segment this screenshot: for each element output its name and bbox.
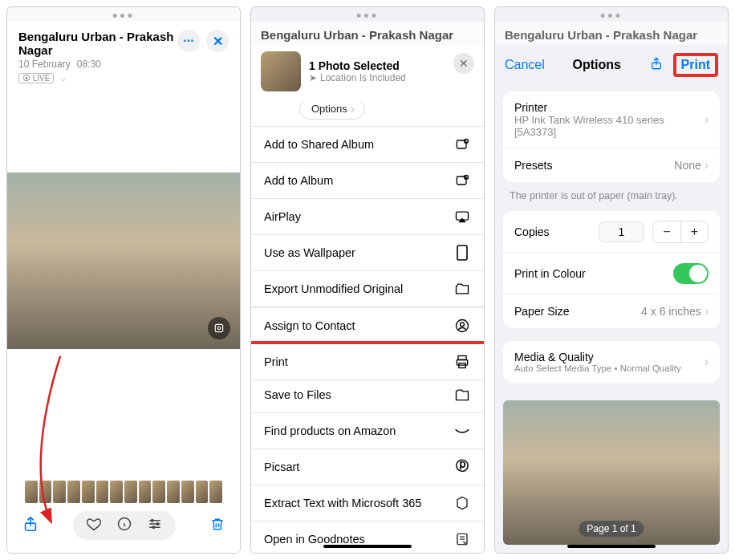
copies-value[interactable]: 1 bbox=[599, 221, 645, 242]
action-print[interactable]: Print bbox=[250, 341, 485, 380]
thumbnail[interactable] bbox=[196, 481, 209, 503]
thumbnail[interactable] bbox=[139, 481, 152, 503]
chevron-right-icon: › bbox=[705, 112, 709, 127]
colour-label: Print in Colour bbox=[514, 267, 586, 280]
copies-increment[interactable]: + bbox=[681, 221, 708, 242]
printer-warning: The printer is out of paper (main tray). bbox=[495, 189, 728, 205]
home-indicator[interactable] bbox=[567, 545, 656, 548]
thumbnail[interactable] bbox=[209, 481, 222, 503]
svg-point-1 bbox=[217, 327, 221, 330]
background-header: Bengaluru Urban - Prakash Nagar bbox=[251, 22, 484, 45]
media-quality-row[interactable]: Media & Quality Auto Select Media Type •… bbox=[503, 341, 720, 383]
adjust-button[interactable] bbox=[147, 516, 163, 535]
action-label: Add to Album bbox=[264, 174, 333, 187]
thumbnail[interactable] bbox=[181, 481, 194, 503]
chevron-right-icon: › bbox=[705, 355, 709, 369]
action-save-files[interactable]: Save to Files bbox=[251, 377, 484, 413]
thumbnail[interactable] bbox=[167, 481, 180, 503]
action-assign-contact[interactable]: Assign to Contact bbox=[251, 308, 484, 344]
lens-overlay-button[interactable] bbox=[208, 317, 230, 339]
close-sheet-button[interactable]: ✕ bbox=[453, 53, 474, 74]
share-sheet-header: 1 Photo Selected ➤ Location Is Included … bbox=[251, 45, 484, 101]
print-nav-bar: Cancel Options Print bbox=[495, 45, 728, 85]
more-button[interactable]: ··· bbox=[177, 30, 200, 52]
drag-handle-icon: ••• bbox=[251, 7, 484, 22]
media-label: Media & Quality bbox=[514, 351, 681, 363]
share-icon[interactable] bbox=[649, 56, 664, 74]
action-amazon[interactable]: Find products on Amazon bbox=[251, 413, 484, 449]
copies-decrement[interactable]: − bbox=[653, 221, 680, 242]
print-button[interactable]: Print bbox=[673, 53, 718, 77]
paper-size-row[interactable]: Paper Size 4 x 6 inches › bbox=[503, 294, 720, 328]
thumbnail[interactable] bbox=[152, 481, 165, 503]
action-label: AirPlay bbox=[264, 210, 301, 223]
svg-rect-12 bbox=[457, 246, 467, 260]
location-title: Bengaluru Urban - Prakash Nagar bbox=[18, 30, 177, 57]
printer-label: Printer bbox=[514, 101, 705, 114]
thumbnail[interactable] bbox=[25, 481, 38, 503]
delete-button[interactable] bbox=[209, 516, 225, 535]
shared-album-icon bbox=[453, 136, 471, 153]
home-indicator[interactable] bbox=[323, 545, 412, 548]
action-airplay[interactable]: AirPlay bbox=[251, 199, 484, 235]
thumbnail-strip[interactable] bbox=[7, 481, 240, 503]
chevron-right-icon: › bbox=[351, 102, 355, 116]
action-m365[interactable]: Extract Text with Microsoft 365 bbox=[251, 485, 484, 521]
print-preview[interactable]: Page 1 of 1 bbox=[503, 400, 720, 545]
thumbnail[interactable] bbox=[67, 481, 80, 503]
thumbnail[interactable] bbox=[124, 481, 137, 503]
copies-stepper: − + bbox=[652, 221, 709, 243]
settings-card: Copies 1 − + Print in Colour Paper Size … bbox=[503, 211, 720, 328]
cancel-button[interactable]: Cancel bbox=[505, 58, 545, 72]
printer-row[interactable]: Printer HP Ink Tank Wireless 410 series … bbox=[503, 91, 720, 148]
picsart-icon: ⓟ bbox=[453, 458, 471, 476]
wallpaper-icon bbox=[453, 244, 471, 262]
printer-card: Printer HP Ink Tank Wireless 410 series … bbox=[503, 91, 720, 182]
action-goodnotes[interactable]: Open in Goodnotes bbox=[251, 521, 484, 554]
options-title: Options bbox=[572, 58, 620, 72]
action-add-shared-album[interactable]: Add to Shared Album bbox=[251, 127, 484, 163]
thumbnail[interactable] bbox=[110, 481, 123, 503]
share-button[interactable] bbox=[22, 515, 39, 536]
action-label: Open in Goodnotes bbox=[264, 533, 365, 546]
action-label: Use as Wallpaper bbox=[264, 246, 355, 259]
copies-label: Copies bbox=[514, 225, 550, 238]
action-wallpaper[interactable]: Use as Wallpaper bbox=[251, 235, 484, 271]
info-button[interactable] bbox=[116, 516, 132, 535]
bottom-toolbar bbox=[7, 503, 240, 553]
photo-image bbox=[7, 172, 240, 349]
action-label: Extract Text with Microsoft 365 bbox=[264, 497, 421, 509]
chevron-down-icon[interactable]: ⌄ bbox=[60, 74, 67, 83]
action-label: Add to Shared Album bbox=[264, 138, 374, 151]
drag-handle-icon: ••• bbox=[7, 7, 240, 22]
svg-point-5 bbox=[156, 523, 159, 526]
share-options-button[interactable]: Options › bbox=[299, 99, 365, 120]
presets-value: None bbox=[674, 159, 700, 172]
action-export-original[interactable]: Export Unmodified Original bbox=[251, 271, 484, 307]
action-picsart[interactable]: Picsart ⓟ bbox=[251, 449, 484, 485]
background-header: Bengaluru Urban - Prakash Nagar bbox=[495, 22, 728, 45]
presets-row[interactable]: Presets None › bbox=[503, 148, 720, 182]
favorite-button[interactable] bbox=[86, 516, 102, 535]
print-icon bbox=[453, 353, 471, 371]
colour-row: Print in Colour bbox=[503, 254, 720, 294]
action-add-album[interactable]: Add to Album bbox=[251, 163, 484, 199]
svg-point-6 bbox=[152, 526, 155, 529]
photo-viewport[interactable] bbox=[7, 88, 240, 432]
export-icon bbox=[453, 280, 471, 298]
svg-rect-15 bbox=[458, 355, 466, 359]
album-icon bbox=[453, 172, 471, 189]
files-icon bbox=[453, 386, 471, 404]
thumbnail[interactable] bbox=[96, 481, 109, 503]
photo-date: 10 February bbox=[18, 59, 71, 70]
thumbnail[interactable] bbox=[39, 481, 52, 503]
action-label: Export Unmodified Original bbox=[264, 282, 403, 295]
options-label: Options bbox=[311, 103, 347, 115]
colour-toggle[interactable] bbox=[673, 263, 709, 284]
action-label: Save to Files bbox=[264, 388, 331, 401]
action-label: Find products on Amazon bbox=[264, 424, 396, 437]
thumbnail[interactable] bbox=[82, 481, 95, 503]
thumbnail[interactable] bbox=[53, 481, 66, 503]
close-button[interactable]: ✕ bbox=[206, 30, 229, 52]
media-card[interactable]: Media & Quality Auto Select Media Type •… bbox=[503, 341, 720, 383]
